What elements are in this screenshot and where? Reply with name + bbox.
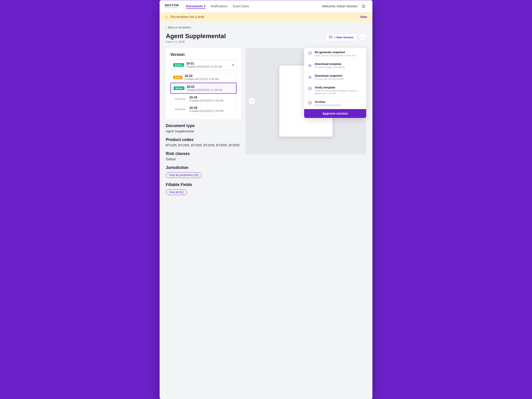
jurisdiction-label: Jurisdiction (166, 165, 241, 170)
fillable-fields-label: Fillable Fields (166, 183, 241, 187)
left-panel: Version Active 10-21 Created 03/23/2022 … (166, 48, 241, 195)
menu-item-desc: Verify the document template snapshot ag… (315, 89, 363, 95)
verify-icon (308, 86, 312, 91)
logo-sub: OPS PORTAL (165, 7, 179, 9)
logo-text: BESTOW (165, 4, 179, 7)
current-version-badge: Active (173, 63, 184, 67)
context-menu: Re-generate snapshot clear current and g… (304, 48, 366, 118)
main-content: ‹ Back to templates Agent Supplemental F… (160, 21, 372, 399)
product-codes-value: BT1005, BT1505, BT2005, BT2505, BT3005, … (166, 143, 241, 147)
current-version-info: 10-21 Created 03/23/2022 11:39 AM (186, 62, 222, 68)
fillable-fields-btn[interactable]: View all (61) (166, 189, 187, 195)
document-type-section: Document type Agent Supplemental (166, 123, 241, 133)
version-item-info: 10-19 Created 02/10/2022 4:39 AM (189, 95, 234, 102)
prev-page-button[interactable]: ‹ (248, 98, 255, 105)
menu-item-desc: Deactivate this template (315, 104, 341, 106)
nav-right: Welcome, Adnan Noorani (322, 3, 367, 10)
navbar: BESTOW OPS PORTAL Documents ▾ Notificati… (160, 0, 372, 13)
menu-item-text: Download snapshot For internal communica… (315, 74, 344, 80)
product-codes-label: Product codes (166, 137, 241, 142)
version-num: 10-21 (187, 85, 234, 89)
menu-item-download-snapshot[interactable]: Download snapshot For internal communica… (304, 71, 366, 83)
menu-item-desc: For internal communication (315, 78, 344, 80)
welcome-text: Welcome, Adnan Noorani (322, 4, 358, 8)
version-badge-active: Active (174, 86, 184, 90)
version-num: 10-19 (189, 95, 234, 99)
warning-icon: ⚠ (165, 15, 168, 19)
content-grid: Version Active 10-21 Created 03/23/2022 … (166, 48, 366, 195)
version-item-info: 10-21 Created 03/23/2022 11:39 AM (187, 85, 234, 92)
nav-documents[interactable]: Documents ▾ (186, 4, 205, 9)
header-actions: + New Version ··· (326, 33, 366, 41)
nav-notifications[interactable]: Notifications (211, 4, 228, 9)
chevron-down-icon: ▾ (232, 63, 234, 67)
menu-item-desc: for local storage and editing (315, 66, 345, 69)
menu-item-title: Archive (315, 100, 341, 103)
page-title: Agent Supplemental (166, 32, 226, 40)
version-num: 10-22 (185, 74, 234, 78)
version-card: Version Active 10-21 Created 03/23/2022 … (166, 48, 241, 119)
version-item-info: 10-22 Created 04/12/2022 9:39 AM (185, 74, 234, 81)
menu-item-title: Re-generate snapshot (315, 51, 355, 54)
plus-circle-icon (329, 35, 332, 39)
version-item-selected[interactable]: Active 10-21 Created 03/23/2022 11:39 AM (171, 83, 236, 94)
version-badge-draft: Draft (173, 76, 183, 79)
refresh-icon (308, 51, 312, 55)
approve-version-button[interactable]: Approve version (304, 109, 366, 118)
version-list: Draft 10-22 Created 04/12/2022 9:39 AM A… (170, 72, 237, 115)
version-badge-archived: Archived (173, 108, 187, 111)
document-type-value: Agent Supplemental (166, 129, 241, 133)
nav-event-store[interactable]: Event Store (233, 4, 249, 9)
jurisdiction-btn[interactable]: View all jurisdictions (19) (166, 172, 202, 178)
logo: BESTOW OPS PORTAL (165, 4, 179, 9)
archive-icon (308, 101, 312, 105)
menu-item-title: Download snapshot (315, 74, 344, 77)
menu-item-verify[interactable]: Verify template Verify the document temp… (304, 83, 366, 98)
version-dropdown-trigger[interactable]: Active 10-21 Created 03/23/2022 11:39 AM… (170, 60, 237, 70)
banner-view-link[interactable]: View (360, 15, 367, 19)
version-item[interactable]: Archived 10-18 Created 01/14/2022 5:39 P… (171, 104, 236, 114)
download-icon (308, 63, 312, 67)
form-number: Form # L-3246 (166, 40, 226, 44)
more-options-button[interactable]: ··· (359, 34, 366, 41)
menu-item-desc: clear current and generate a new one (315, 54, 355, 57)
draft-banner: ⚠ This template has a draft. View (160, 13, 372, 21)
back-link[interactable]: ‹ Back to templates (166, 26, 366, 29)
menu-item-title: Download template (315, 62, 345, 66)
jurisdiction-section: Jurisdiction View all jurisdictions (19) (166, 165, 241, 178)
nav-links: Documents ▾ Notifications Event Store (186, 4, 322, 9)
menu-item-download-template[interactable]: Download template for local storage and … (304, 60, 366, 71)
page-title-group: Agent Supplemental Form # L-3246 (166, 32, 226, 44)
version-badge-archived: Archived (173, 97, 187, 101)
back-arrow-icon: ‹ (166, 26, 167, 29)
menu-item-regenerate[interactable]: Re-generate snapshot clear current and g… (304, 48, 366, 60)
page-header: Agent Supplemental Form # L-3246 + New V… (166, 32, 366, 44)
menu-item-text: Download template for local storage and … (315, 62, 345, 69)
risk-classes-section: Risk classes Default (166, 151, 241, 161)
risk-classes-value: Default (166, 157, 241, 161)
version-current-left: Active 10-21 Created 03/23/2022 11:39 AM (173, 62, 222, 68)
version-item[interactable]: Archived 10-19 Created 02/10/2022 4:39 A… (171, 94, 236, 104)
new-version-button[interactable]: + New Version (326, 33, 357, 41)
app-container: BESTOW OPS PORTAL Documents ▾ Notificati… (160, 0, 372, 399)
version-item-info: 10-18 Created 01/14/2022 5:39 PM (189, 106, 234, 113)
version-num: 10-18 (189, 106, 234, 109)
menu-item-archive[interactable]: Archive Deactivate this template (304, 98, 366, 109)
version-date: Created 02/10/2022 4:39 AM (189, 99, 234, 102)
product-codes-section: Product codes BT1005, BT1505, BT2005, BT… (166, 137, 241, 147)
export-icon-btn[interactable] (360, 3, 367, 10)
fillable-fields-section: Fillable Fields View all (61) (166, 183, 241, 195)
banner-message: This template has a draft. (170, 15, 205, 19)
right-panel: ‹ › (246, 48, 366, 195)
back-link-label: Back to templates (168, 26, 191, 29)
menu-item-title: Verify template (315, 86, 363, 89)
banner-left: ⚠ This template has a draft. (165, 15, 205, 19)
version-item[interactable]: Draft 10-22 Created 04/12/2022 9:39 AM (171, 72, 236, 83)
menu-item-text: Archive Deactivate this template (315, 100, 341, 106)
risk-classes-label: Risk classes (166, 151, 241, 156)
current-version-date: Created 03/23/2022 11:39 AM (186, 65, 222, 68)
version-date: Created 01/14/2022 5:39 PM (189, 109, 234, 113)
version-section-title: Version (170, 52, 237, 57)
menu-item-text: Re-generate snapshot clear current and g… (315, 51, 355, 57)
chevron-down-icon: ▾ (204, 4, 205, 8)
